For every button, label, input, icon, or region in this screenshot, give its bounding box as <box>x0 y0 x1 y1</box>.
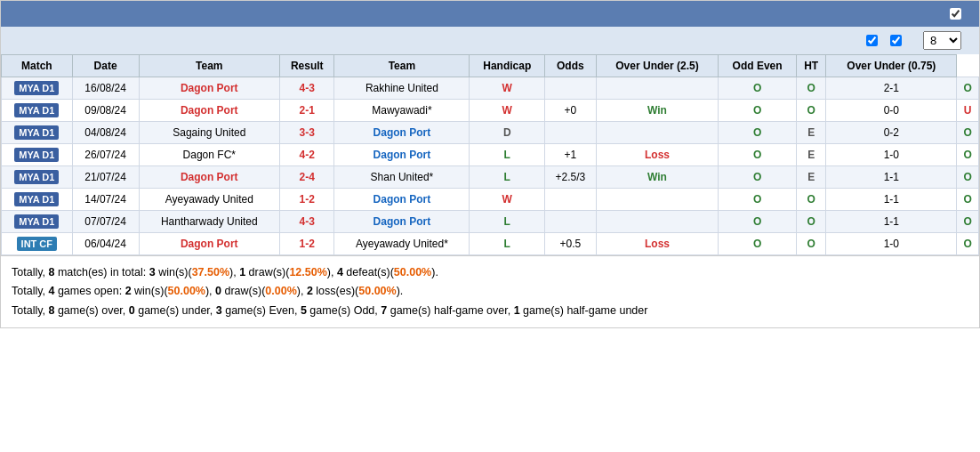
cell-ht: 1-1 <box>826 166 957 189</box>
cell-score: 2-4 <box>280 166 334 189</box>
cell-odds <box>596 211 719 233</box>
col-ou25: Over Under (2.5) <box>596 55 719 77</box>
cell-ou075: O <box>957 144 979 166</box>
cell-oe: E <box>796 166 826 189</box>
cell-oe: O <box>796 233 826 255</box>
cell-ou25: O <box>719 122 796 144</box>
table-row: MYA D1 09/08/24 Dagon Port 2-1 Mawyawadi… <box>2 100 979 122</box>
cell-team1: Dagon Port <box>139 100 279 122</box>
cell-handicap: +2.5/3 <box>545 166 596 189</box>
cell-ou075: O <box>957 233 979 255</box>
table-row: INT CF 06/04/24 Dagon Port 1-2 Ayeyawady… <box>2 233 979 255</box>
cell-oe: O <box>796 100 826 122</box>
footer-line2: Totally, 4 games open: 2 win(s)(50.00%),… <box>12 282 968 301</box>
cell-score: 3-3 <box>280 122 334 144</box>
cell-team1: Dagon FC* <box>139 144 279 166</box>
cell-ou25: O <box>719 166 796 189</box>
col-team1: Team <box>139 55 279 77</box>
last-games-select[interactable]: 5 6 7 8 9 10 <box>923 31 961 50</box>
cell-oe: E <box>796 122 826 144</box>
cell-score: 2-1 <box>280 100 334 122</box>
intcf-checkbox[interactable] <box>866 35 878 46</box>
cell-ou075: O <box>957 189 979 211</box>
cell-team2: Dagon Port <box>334 122 470 144</box>
cell-league: MYA D1 <box>2 211 73 233</box>
display-notes-checkbox[interactable] <box>950 8 961 20</box>
cell-ou25: O <box>719 144 796 166</box>
cell-result: L <box>470 211 545 233</box>
table-row: MYA D1 26/07/24 Dagon FC* 4-2 Dagon Port… <box>2 144 979 166</box>
cell-team1: Ayeyawady United <box>139 189 279 211</box>
cell-odds: Win <box>596 100 719 122</box>
cell-team1: Sagaing United <box>139 122 279 144</box>
cell-team2: Rakhine United <box>334 77 470 100</box>
cell-odds: Loss <box>596 144 719 166</box>
cell-league: MYA D1 <box>2 100 73 122</box>
cell-ht: 1-0 <box>826 233 957 255</box>
cell-date: 07/07/24 <box>72 211 139 233</box>
cell-team2: Dagon Port <box>334 144 470 166</box>
cell-ht: 2-1 <box>826 77 957 100</box>
cell-ou075: O <box>957 77 979 100</box>
cell-score: 1-2 <box>280 233 334 255</box>
cell-ou25: O <box>719 189 796 211</box>
col-odds: Odds <box>545 55 596 77</box>
cell-league: MYA D1 <box>2 77 73 100</box>
intcf-filter-label[interactable] <box>866 35 881 46</box>
cell-date: 14/07/24 <box>72 189 139 211</box>
cell-date: 09/08/24 <box>72 100 139 122</box>
cell-date: 06/04/24 <box>72 233 139 255</box>
cell-team2: Ayeyawady United* <box>334 233 470 255</box>
cell-league: INT CF <box>2 233 73 255</box>
table-row: MYA D1 21/07/24 Dagon Port 2-4 Shan Unit… <box>2 166 979 189</box>
footer-line3: Totally, 8 game(s) over, 0 game(s) under… <box>12 302 968 320</box>
cell-handicap: +0.5 <box>545 233 596 255</box>
cell-handicap <box>545 77 596 100</box>
table-row: MYA D1 04/08/24 Sagaing United 3-3 Dagon… <box>2 122 979 144</box>
cell-score: 4-3 <box>280 77 334 100</box>
filter-bar: 5 6 7 8 9 10 <box>1 27 979 54</box>
cell-odds <box>596 77 719 100</box>
cell-team2: Shan United* <box>334 166 470 189</box>
col-oe: Odd Even <box>719 55 796 77</box>
col-match: Match <box>2 55 73 77</box>
cell-handicap: +0 <box>545 100 596 122</box>
footer-stats: Totally, 8 match(es) in total: 3 win(s)(… <box>1 255 979 327</box>
col-ou075: Over Under (0.75) <box>826 55 957 77</box>
cell-ou25: O <box>719 211 796 233</box>
cell-result: D <box>470 122 545 144</box>
cell-score: 4-2 <box>280 144 334 166</box>
cell-oe: O <box>796 77 826 100</box>
cell-result: W <box>470 189 545 211</box>
footer-line1: Totally, 8 match(es) in total: 3 win(s)(… <box>12 263 968 282</box>
cell-ou25: O <box>719 233 796 255</box>
cell-league: MYA D1 <box>2 144 73 166</box>
cell-odds: Win <box>596 166 719 189</box>
cell-team1: Hantharwady United <box>139 211 279 233</box>
table-row: MYA D1 07/07/24 Hantharwady United 4-3 D… <box>2 211 979 233</box>
cell-team2: Dagon Port <box>334 189 470 211</box>
cell-ht: 1-1 <box>826 189 957 211</box>
cell-team2: Mawyawadi* <box>334 100 470 122</box>
cell-handicap: +1 <box>545 144 596 166</box>
cell-date: 04/08/24 <box>72 122 139 144</box>
cell-result: W <box>470 77 545 100</box>
cell-date: 21/07/24 <box>72 166 139 189</box>
cell-score: 1-2 <box>280 189 334 211</box>
table-row: MYA D1 16/08/24 Dagon Port 4-3 Rakhine U… <box>2 77 979 100</box>
cell-ht: 1-0 <box>826 144 957 166</box>
cell-team2: Dagon Port <box>334 211 470 233</box>
cell-ou25: O <box>719 77 796 100</box>
cell-ou075: O <box>957 122 979 144</box>
myad1-checkbox[interactable] <box>890 35 902 46</box>
cell-handicap <box>545 189 596 211</box>
cell-ht: 0-2 <box>826 122 957 144</box>
myad1-filter-label[interactable] <box>890 35 905 46</box>
cell-result: W <box>470 100 545 122</box>
cell-oe: E <box>796 144 826 166</box>
cell-team1: Dagon Port <box>139 233 279 255</box>
col-team2: Team <box>334 55 470 77</box>
cell-team1: Dagon Port <box>139 77 279 100</box>
cell-oe: O <box>796 189 826 211</box>
cell-handicap <box>545 211 596 233</box>
